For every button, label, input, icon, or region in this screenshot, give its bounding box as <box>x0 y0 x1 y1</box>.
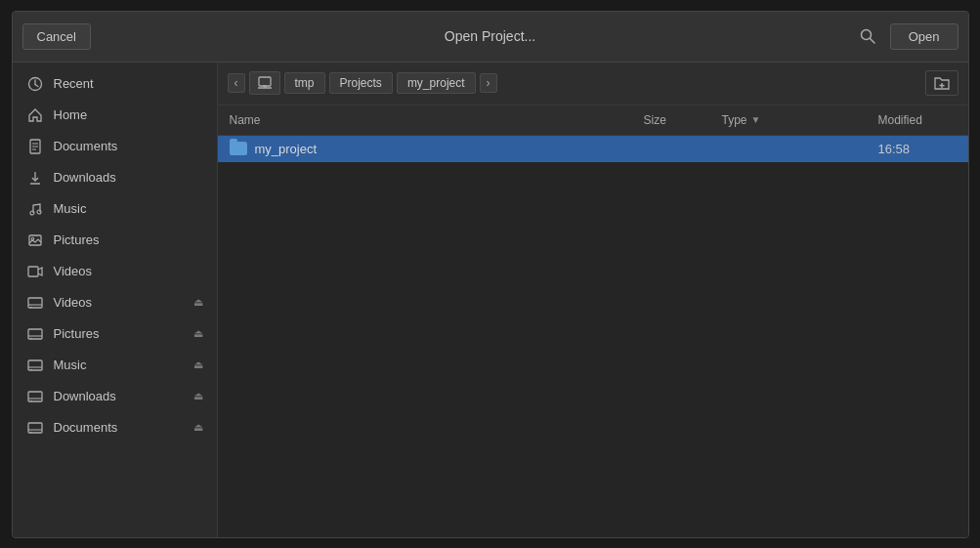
sidebar-item-drive-music-label: Music <box>54 358 184 372</box>
drive-videos-icon <box>26 294 44 312</box>
svg-rect-16 <box>28 298 42 308</box>
sidebar-item-drive-downloads[interactable]: Downloads ⏏ <box>13 381 217 412</box>
svg-point-24 <box>30 368 32 370</box>
svg-point-21 <box>30 337 32 339</box>
cancel-button[interactable]: Cancel <box>22 23 91 50</box>
svg-rect-25 <box>28 392 42 401</box>
svg-rect-19 <box>28 329 42 339</box>
sidebar-item-videos-label: Videos <box>54 264 203 278</box>
sidebar-item-pictures[interactable]: Pictures <box>13 225 217 256</box>
home-location-button[interactable] <box>249 71 280 95</box>
open-button[interactable]: Open <box>890 23 959 50</box>
drive-pictures-icon <box>26 325 44 343</box>
open-project-dialog: Cancel Open Project... Open <box>12 11 969 538</box>
sidebar-item-videos[interactable]: Videos <box>13 256 217 287</box>
dialog-title: Open Project... <box>445 28 535 44</box>
back-button[interactable]: ‹ <box>228 73 245 93</box>
new-folder-button[interactable] <box>925 70 959 96</box>
sidebar-item-recent[interactable]: Recent <box>13 68 217 100</box>
drive-music-icon <box>26 357 44 374</box>
sidebar-item-music-label: Music <box>54 201 203 216</box>
svg-line-1 <box>870 39 874 44</box>
column-type-label: Type <box>722 113 747 127</box>
file-size-cell <box>636 143 714 154</box>
breadcrumb-my-project[interactable]: my_project <box>397 72 476 94</box>
eject-downloads-icon: ⏏ <box>193 390 203 402</box>
svg-point-27 <box>30 400 32 401</box>
forward-button[interactable]: › <box>480 73 497 93</box>
drive-downloads-icon <box>26 388 44 405</box>
file-name-label: my_project <box>255 142 318 156</box>
new-folder-icon <box>933 74 951 92</box>
sidebar: Recent Home <box>13 63 218 537</box>
sidebar-item-recent-label: Recent <box>54 76 203 91</box>
documents-icon <box>26 138 44 155</box>
sidebar-item-pictures-label: Pictures <box>54 232 203 247</box>
sidebar-item-documents-label: Documents <box>54 139 203 153</box>
svg-point-14 <box>31 237 33 239</box>
downloads-icon <box>26 169 44 187</box>
file-list: Name Size Type ▼ Modified my_project <box>218 105 968 537</box>
sidebar-item-documents[interactable]: Documents <box>13 131 217 162</box>
home-icon <box>26 106 44 124</box>
breadcrumb-tmp[interactable]: tmp <box>284 72 325 94</box>
column-size: Size <box>636 109 714 131</box>
sidebar-item-drive-videos-label: Videos <box>54 295 184 310</box>
sidebar-item-music[interactable]: Music <box>13 193 217 225</box>
sidebar-item-drive-documents-label: Documents <box>54 420 184 435</box>
file-type-cell <box>714 143 871 154</box>
sidebar-item-home-label: Home <box>54 107 203 122</box>
column-name: Name <box>218 109 636 131</box>
column-modified: Modified <box>871 109 968 131</box>
sidebar-item-home[interactable]: Home <box>13 100 217 131</box>
sidebar-item-downloads-label: Downloads <box>54 170 203 185</box>
sidebar-item-drive-downloads-label: Downloads <box>54 389 184 403</box>
sidebar-item-drive-music[interactable]: Music ⏏ <box>13 350 217 381</box>
search-button[interactable] <box>853 23 882 49</box>
eject-videos-icon: ⏏ <box>193 296 203 309</box>
sidebar-item-drive-videos[interactable]: Videos ⏏ <box>13 287 217 318</box>
svg-point-30 <box>30 431 32 433</box>
svg-rect-15 <box>28 267 38 276</box>
svg-rect-31 <box>259 77 271 86</box>
title-bar-left: Cancel <box>22 23 91 50</box>
drive-documents-icon <box>26 419 44 437</box>
eject-pictures-icon: ⏏ <box>193 327 203 340</box>
sidebar-item-drive-pictures[interactable]: Pictures ⏏ <box>13 318 217 350</box>
main-content: Recent Home <box>13 63 968 537</box>
eject-documents-icon: ⏏ <box>193 421 203 434</box>
clock-icon <box>26 75 44 93</box>
pictures-icon <box>26 232 44 249</box>
music-icon <box>26 200 44 218</box>
svg-rect-28 <box>28 423 42 433</box>
file-name-cell: my_project <box>218 136 636 162</box>
column-type[interactable]: Type ▼ <box>714 109 871 131</box>
sidebar-item-drive-pictures-label: Pictures <box>54 326 184 341</box>
search-icon <box>859 27 876 45</box>
svg-rect-22 <box>28 360 42 370</box>
title-bar: Cancel Open Project... Open <box>13 12 968 63</box>
file-list-header: Name Size Type ▼ Modified <box>218 105 968 136</box>
title-bar-right: Open <box>853 23 959 50</box>
eject-music-icon: ⏏ <box>193 358 203 371</box>
sidebar-item-drive-documents[interactable]: Documents ⏏ <box>13 412 217 443</box>
computer-icon <box>257 75 273 91</box>
svg-line-4 <box>35 84 38 86</box>
videos-icon <box>26 263 44 280</box>
sidebar-item-downloads[interactable]: Downloads <box>13 162 217 193</box>
table-row[interactable]: my_project 16:58 <box>218 136 968 162</box>
breadcrumb-bar: ‹ tmp Projects my_project › <box>218 63 968 105</box>
svg-point-18 <box>30 306 32 308</box>
folder-icon <box>230 142 247 155</box>
breadcrumb-projects[interactable]: Projects <box>329 72 393 94</box>
file-area: ‹ tmp Projects my_project › <box>218 63 968 537</box>
file-modified-cell: 16:58 <box>871 136 968 162</box>
sort-arrow-icon: ▼ <box>751 114 761 125</box>
